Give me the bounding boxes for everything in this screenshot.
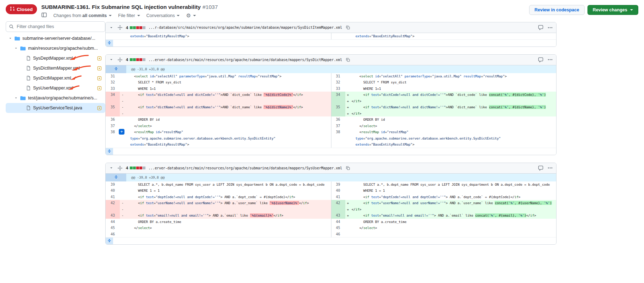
line-number[interactable]: 46 (331, 231, 345, 238)
diff-row: 40 WHERE 1 = 140 WHERE 1 = 1 (106, 187, 556, 194)
expand-diff-button[interactable] (106, 238, 113, 244)
code-line: ORDER BY id (126, 116, 331, 123)
line-number[interactable]: 41 (106, 194, 120, 200)
tree-item-file[interactable]: SysDictItemMapper.xml (6, 63, 105, 73)
expand-hunk-button[interactable] (106, 174, 126, 181)
line-number[interactable]: 43 (331, 212, 345, 219)
tree-item-folder[interactable]: test/java/org/apache/submarine/s... (6, 93, 105, 103)
line-number[interactable]: 33 (106, 86, 120, 92)
tree-item-folder[interactable]: submarine-server/server-database/... (6, 33, 105, 43)
collapse-file-chevron-icon[interactable] (108, 165, 114, 171)
tree-item-file[interactable]: SysUserServiceTest.java (6, 103, 105, 113)
line-number[interactable] (106, 33, 120, 39)
kebab-menu-icon[interactable] (547, 165, 553, 171)
line-number[interactable]: 35 (106, 104, 120, 110)
line-number[interactable]: 33 (331, 86, 345, 92)
line-number[interactable]: 39 (106, 181, 120, 188)
line-number[interactable]: 31 (331, 73, 345, 80)
review-changes-button[interactable]: Review changes (587, 5, 638, 15)
comment-icon[interactable] (537, 24, 544, 31)
line-number[interactable] (331, 135, 345, 142)
expand-hunk-button[interactable] (106, 65, 126, 73)
line-number[interactable] (331, 141, 345, 148)
conversations-dropdown[interactable]: Conversations (147, 13, 180, 18)
file-modified-icon (97, 56, 102, 61)
collapse-file-chevron-icon[interactable] (108, 57, 114, 62)
review-in-codespace-button[interactable]: Review in codespace (529, 5, 585, 15)
tree-item-file[interactable]: SysDictMapper.xml (6, 73, 105, 83)
line-number[interactable]: 42 (106, 200, 120, 206)
tree-item-file[interactable]: SysUserMapper.xml (6, 83, 105, 93)
pr-number: #1037 (202, 4, 218, 10)
line-number[interactable]: 44 (331, 219, 345, 225)
line-number[interactable]: 42 (331, 200, 345, 206)
line-number[interactable]: 38 (331, 129, 345, 135)
filter-changed-files-input[interactable] (6, 21, 105, 32)
drag-handle-icon[interactable] (117, 57, 123, 63)
line-number[interactable] (331, 98, 345, 104)
line-number[interactable]: 43 (106, 212, 120, 219)
expand-diff-button[interactable] (106, 148, 113, 155)
tree-item-file[interactable]: SysDeptMapper.xml (6, 53, 105, 63)
code-line: extends="BaseEntityResultMap"> (352, 33, 557, 39)
line-number[interactable] (331, 33, 345, 39)
comment-icon[interactable] (537, 56, 544, 63)
code-line: extends="BaseEntityResultMap"> (352, 141, 557, 148)
line-number[interactable]: 39 (331, 181, 345, 188)
line-number[interactable]: 44 (106, 219, 120, 225)
line-number[interactable] (331, 110, 345, 117)
changes-from-dropdown[interactable]: Changes from all commits (53, 13, 112, 18)
add-comment-button[interactable]: + (119, 129, 124, 135)
line-number[interactable] (106, 135, 120, 142)
copy-path-icon[interactable] (345, 25, 351, 31)
line-number[interactable]: 32 (106, 79, 120, 86)
pr-title-block: SUBMARINE-1361. Fix Submarine SQL inject… (41, 4, 529, 19)
line-number[interactable] (106, 206, 120, 213)
line-number[interactable]: 40 (106, 187, 120, 194)
chevron-down-icon[interactable] (14, 96, 18, 100)
comment-icon[interactable] (537, 165, 544, 172)
line-number[interactable] (331, 206, 345, 213)
code-line (126, 110, 331, 117)
chevron-down-icon[interactable] (9, 37, 12, 40)
drag-handle-icon[interactable] (117, 25, 123, 31)
code-line: <select id="selectAll" parameterType="ja… (126, 73, 331, 80)
line-number[interactable]: 45 (331, 225, 345, 231)
file-icon (26, 66, 31, 71)
line-number[interactable]: 34 (106, 92, 120, 98)
line-number[interactable]: 41 (331, 194, 345, 200)
line-number[interactable]: 37 (106, 123, 120, 129)
diff-sign: - (120, 212, 126, 219)
diff-settings-dropdown[interactable]: ⚙ (186, 13, 196, 18)
line-number[interactable] (106, 141, 120, 148)
kebab-menu-icon[interactable] (547, 25, 553, 31)
line-number[interactable] (106, 110, 120, 117)
line-number[interactable]: 36 (331, 116, 345, 123)
drag-handle-icon[interactable] (117, 165, 123, 171)
line-number[interactable]: 46 (106, 231, 120, 238)
code-line (126, 231, 331, 238)
line-number[interactable]: 34 (331, 92, 345, 98)
line-number[interactable]: 35 (331, 104, 345, 110)
line-number[interactable]: 45 (106, 225, 120, 231)
pr-files-changed-page: Closed SUBMARINE-1361. Fix Submarine SQL… (0, 0, 644, 266)
collapse-file-chevron-icon[interactable] (108, 25, 114, 31)
line-number[interactable]: 32 (331, 79, 345, 86)
file-filter-dropdown[interactable]: File filter (118, 13, 140, 18)
line-number[interactable] (106, 98, 120, 104)
copy-path-icon[interactable] (345, 165, 351, 171)
line-number[interactable]: 38 (106, 129, 120, 135)
expand-diff-button[interactable] (106, 40, 113, 47)
line-number[interactable]: 37 (331, 123, 345, 129)
diffstat-block (143, 167, 145, 169)
code-line: SELECT a.*, b.dept_name FROM sys_user a … (352, 181, 557, 188)
line-number[interactable]: 31 (106, 73, 120, 80)
line-number[interactable]: 36 (106, 116, 120, 123)
toggle-file-tree-button[interactable] (41, 12, 47, 19)
file-modified-icon (97, 66, 102, 71)
chevron-down-icon[interactable] (14, 47, 18, 50)
copy-path-icon[interactable] (345, 57, 351, 63)
tree-item-folder[interactable]: main/resources/org/apache/subm... (6, 43, 105, 53)
kebab-menu-icon[interactable] (547, 56, 553, 63)
line-number[interactable]: 40 (331, 187, 345, 194)
